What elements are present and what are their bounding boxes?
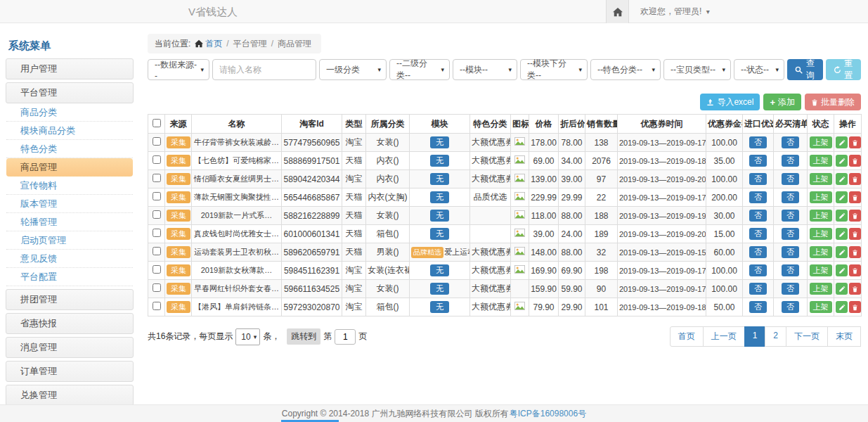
row-checkbox[interactable] [153, 210, 161, 219]
sidebar-item[interactable]: 模块商品分类 [6, 122, 133, 140]
delete-button[interactable] [849, 155, 861, 167]
query-button[interactable]: 查询 [787, 59, 823, 80]
sidebar-item[interactable]: 平台管理 [6, 82, 134, 103]
edit-button[interactable] [836, 155, 848, 167]
status-toggle[interactable]: 上架 [810, 136, 832, 148]
sidebar-item[interactable]: 意见反馈 [6, 250, 133, 268]
edit-button[interactable] [836, 210, 848, 222]
import-pick-toggle[interactable]: 否 [749, 246, 767, 258]
must-buy-toggle[interactable]: 否 [782, 173, 799, 185]
status-toggle[interactable]: 上架 [810, 228, 832, 240]
pager-item[interactable]: 下一页 [786, 326, 828, 347]
filter-cat2-select[interactable]: --二级分类--▾ [389, 59, 450, 80]
must-buy-toggle[interactable]: 否 [782, 228, 799, 240]
status-toggle[interactable]: 上架 [810, 283, 832, 295]
must-buy-toggle[interactable]: 否 [782, 246, 799, 258]
edit-button[interactable] [836, 136, 848, 148]
delete-button[interactable] [849, 136, 861, 148]
import-pick-toggle[interactable]: 否 [749, 264, 767, 276]
row-checkbox[interactable] [153, 137, 161, 146]
pager-item[interactable]: 末页 [827, 326, 861, 347]
delete-button[interactable] [849, 301, 861, 313]
pager-item[interactable]: 上一页 [703, 326, 745, 347]
import-pick-toggle[interactable]: 否 [749, 301, 767, 313]
delete-button[interactable] [849, 228, 861, 240]
per-page-select[interactable]: 10▾ [235, 328, 260, 345]
row-checkbox[interactable] [153, 265, 161, 274]
sidebar-item[interactable]: 商品管理 [6, 158, 133, 177]
must-buy-toggle[interactable]: 否 [782, 136, 799, 148]
row-checkbox[interactable] [153, 247, 161, 255]
sidebar-item[interactable]: 商品分类 [6, 103, 133, 122]
edit-button[interactable] [836, 173, 848, 185]
filter-source-select[interactable]: --数据来源--▾ [148, 59, 209, 80]
sidebar-item[interactable]: 版本管理 [6, 195, 133, 213]
sidebar-item[interactable]: 轮播管理 [6, 213, 133, 231]
filter-module-sub-select[interactable]: --模块下分类--▾ [520, 59, 588, 80]
status-toggle[interactable]: 上架 [810, 301, 832, 313]
edit-button[interactable] [836, 264, 848, 276]
jump-page-input[interactable] [335, 329, 356, 345]
filter-status-select[interactable]: --状态--▾ [734, 59, 784, 80]
row-checkbox[interactable] [153, 283, 161, 292]
edit-button[interactable] [836, 228, 848, 240]
import-pick-toggle[interactable]: 否 [749, 136, 767, 148]
sidebar-item[interactable]: 订单管理 [6, 361, 134, 382]
must-buy-toggle[interactable]: 否 [782, 155, 799, 167]
delete-button[interactable] [849, 210, 861, 222]
status-toggle[interactable]: 上架 [810, 264, 832, 276]
filter-module-select[interactable]: --模块--▾ [453, 59, 517, 80]
select-all-checkbox[interactable] [153, 119, 161, 127]
jump-button[interactable]: 跳转到 [287, 328, 320, 345]
pager-item[interactable]: 首页 [670, 326, 704, 347]
status-toggle[interactable]: 上架 [810, 191, 832, 203]
edit-button[interactable] [836, 301, 848, 313]
reset-button[interactable]: 重置 [826, 59, 862, 80]
filter-cat1-select[interactable]: 一级分类▾ [319, 59, 387, 80]
row-checkbox[interactable] [153, 174, 161, 182]
sidebar-item[interactable]: 启动页管理 [6, 231, 133, 250]
delete-button[interactable] [849, 283, 861, 295]
name-search-input[interactable] [212, 59, 316, 80]
status-toggle[interactable]: 上架 [810, 210, 832, 222]
pager-item[interactable]: 2 [765, 326, 786, 347]
edit-button[interactable] [836, 191, 848, 203]
edit-button[interactable] [836, 246, 848, 258]
sidebar-item[interactable]: 宣传物料 [6, 177, 133, 195]
sidebar-item[interactable]: 平台配置 [6, 268, 133, 286]
must-buy-toggle[interactable]: 否 [782, 191, 799, 203]
sidebar-item[interactable]: 消息管理 [6, 337, 134, 358]
pager-item[interactable]: 1 [744, 326, 766, 347]
breadcrumb-home-link[interactable]: 首页 [195, 38, 222, 50]
import-pick-toggle[interactable]: 否 [749, 210, 767, 222]
sidebar-item[interactable]: 特色分类 [6, 140, 133, 158]
edit-button[interactable] [836, 283, 848, 295]
filter-feature-select[interactable]: --特色分类--▾ [590, 59, 661, 80]
status-toggle[interactable]: 上架 [810, 155, 832, 167]
import-excel-button[interactable]: 导入excel [700, 94, 760, 110]
home-button[interactable] [606, 0, 629, 23]
row-checkbox[interactable] [153, 155, 161, 164]
row-checkbox[interactable] [153, 302, 161, 310]
sidebar-item[interactable]: 用户管理 [6, 58, 134, 79]
sidebar-item[interactable]: 兑换管理 [6, 385, 134, 406]
status-toggle[interactable]: 上架 [810, 246, 832, 258]
must-buy-toggle[interactable]: 否 [782, 301, 799, 313]
import-pick-toggle[interactable]: 否 [749, 173, 767, 185]
import-pick-toggle[interactable]: 否 [749, 155, 767, 167]
sidebar-item[interactable]: 拼团管理 [6, 289, 134, 310]
row-checkbox[interactable] [153, 229, 161, 237]
must-buy-toggle[interactable]: 否 [782, 283, 799, 295]
user-menu[interactable]: 欢迎您，管理员! ▾ [640, 6, 710, 18]
delete-button[interactable] [849, 173, 861, 185]
must-buy-toggle[interactable]: 否 [782, 264, 799, 276]
sidebar-item[interactable]: 省惠快报 [6, 313, 134, 334]
import-pick-toggle[interactable]: 否 [749, 191, 767, 203]
delete-button[interactable] [849, 191, 861, 203]
import-pick-toggle[interactable]: 否 [749, 283, 767, 295]
must-buy-toggle[interactable]: 否 [782, 210, 799, 222]
row-checkbox[interactable] [153, 192, 161, 200]
filter-item-type-select[interactable]: --宝贝类型--▾ [663, 59, 731, 80]
batch-delete-button[interactable]: 批量删除 [805, 94, 861, 110]
delete-button[interactable] [849, 264, 861, 276]
